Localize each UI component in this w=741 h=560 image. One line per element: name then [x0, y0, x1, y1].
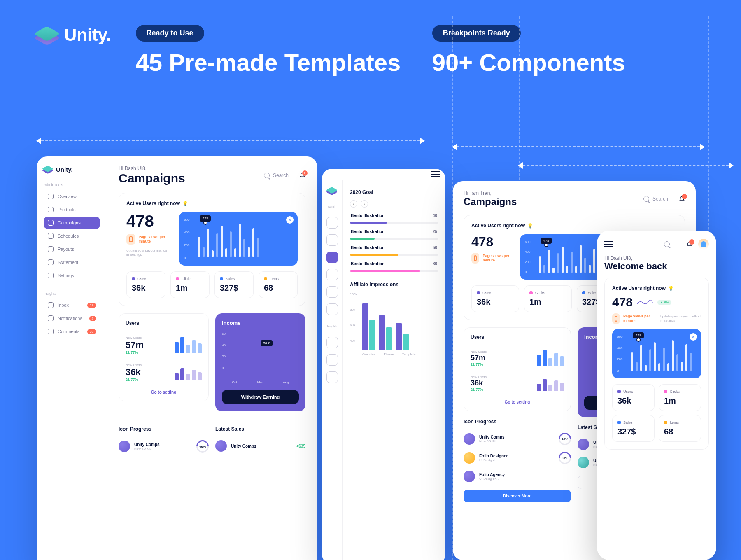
stat-card: Clicks1m [170, 271, 210, 298]
panel-heading: Active Users right now [471, 223, 525, 229]
progress-item[interactable]: Unity CompsNew 3D Kit40% [464, 429, 571, 448]
income-card: Income 6040200 38.7 OctMarAug Withdraw E… [215, 313, 305, 411]
products-icon [48, 207, 54, 212]
affiliate-chart: 100k80k60k40k [350, 292, 438, 350]
item-title: Unity Comps [134, 442, 160, 447]
sidebar-item-label: Schedules [58, 233, 79, 238]
rail-item[interactable] [326, 234, 338, 246]
greeting: Hi Dash UI8, [604, 255, 709, 261]
sidebar-brand[interactable]: Unity. [44, 165, 100, 174]
progress-item[interactable]: Unity CompsNew 3D Kit40% [119, 437, 209, 456]
rail-item[interactable] [326, 252, 338, 263]
sidebar-item-payouts[interactable]: Payouts [44, 243, 100, 255]
panel-heading: Income [222, 320, 299, 326]
sidebar-item-notifications[interactable]: Notifications2 [44, 312, 100, 324]
rail-label: Insights [327, 325, 337, 328]
bulb-icon: 💡 [668, 286, 674, 291]
rail-item[interactable] [326, 269, 338, 280]
stat-card: Clicks1m [524, 285, 572, 312]
sidebar-item-products[interactable]: Products [44, 203, 100, 216]
brand: Unity. [37, 25, 111, 45]
search-input[interactable]: Search [643, 196, 668, 202]
schedules-icon [48, 233, 54, 239]
section-heading: Icon Progress [119, 426, 209, 432]
panel-heading: Users [126, 320, 202, 326]
rail-item[interactable] [326, 217, 338, 229]
sidebar-item-label: Products [58, 207, 75, 212]
active-users-value: 478 [126, 212, 172, 231]
active-users-chart: × 6004002000 478 [179, 212, 298, 266]
search-input[interactable]: Search [264, 173, 289, 178]
search-button[interactable] [664, 241, 670, 247]
sparkline [537, 376, 564, 391]
pct-badge: ▲ 6% [657, 300, 671, 305]
avatar[interactable] [698, 239, 709, 250]
sidebar-section-label: Admin tools [44, 183, 100, 187]
campaigns-icon [48, 220, 54, 226]
hero-pill-1: Ready to Use [136, 25, 204, 42]
product-icon [464, 433, 475, 445]
notifications-button[interactable] [679, 196, 685, 203]
product-icon [215, 440, 227, 452]
icon-rail: Admin Insights [322, 180, 343, 560]
panel-heading: Affiliate Impressions [350, 282, 438, 287]
sidebar-item-label: Payouts [58, 247, 74, 252]
mobile-preview: Hi Dash UI8, Welcome back Active Users r… [597, 231, 716, 560]
sidebar-item-inbox[interactable]: Inbox18 [44, 299, 100, 311]
notifications-button[interactable] [686, 241, 692, 248]
sidebar-item-schedules[interactable]: Schedules [44, 230, 100, 242]
product-icon [119, 441, 130, 452]
progress-ring: 40% [196, 440, 209, 453]
discover-more-button[interactable]: Discover More [464, 490, 571, 502]
sidebar-item-label: Inbox [58, 303, 69, 308]
income-chart: 6040200 38.7 [222, 332, 299, 377]
sidebar-item-statement[interactable]: Statement [44, 256, 100, 268]
rail-item[interactable] [326, 371, 338, 383]
notifications-button[interactable]: 2 [299, 172, 305, 179]
stat-card: Clicks1m [659, 384, 701, 411]
hero-title-2: 90+ Components [432, 49, 704, 77]
sidebar-item-settings[interactable]: Settings [44, 269, 100, 282]
rail-item[interactable] [326, 337, 338, 348]
nav-prev[interactable]: ‹ [350, 200, 357, 208]
badge: 2 [302, 170, 308, 176]
progress-item[interactable]: Folio AgencyUI Design Kit [464, 467, 571, 485]
brand-logo-icon [328, 186, 337, 195]
desktop-preview: Unity. Admin tools Overview Products Cam… [37, 156, 317, 560]
sparkline [175, 338, 202, 353]
inbox-icon [48, 302, 54, 308]
brand-name: Unity. [56, 166, 73, 173]
sidebar-item-comments[interactable]: Comments20 [44, 325, 100, 338]
bell-icon [48, 315, 54, 321]
progress-item[interactable]: Folio DesignerUI Design Kit60% [464, 448, 571, 467]
go-to-setting-link[interactable]: Go to setting [126, 386, 202, 394]
stat-card: Users36k [126, 271, 165, 298]
stat-sublabel: New Users [126, 336, 170, 340]
product-icon [578, 439, 589, 450]
menu-button[interactable] [604, 244, 613, 245]
rail-item[interactable] [326, 354, 338, 366]
active-users-value: 478 [471, 234, 513, 250]
users-card: Users New Users57m21.77% New Users36k21.… [464, 327, 571, 411]
menu-button[interactable] [431, 174, 440, 175]
stat-value: 57m [126, 340, 170, 350]
payouts-icon [48, 246, 54, 252]
statement-icon [48, 259, 54, 265]
withdraw-button[interactable]: Withdraw Earning [222, 390, 299, 404]
product-icon [578, 457, 589, 468]
rail-item[interactable] [326, 286, 338, 298]
active-users-chart: × 6004002000 478 [612, 329, 701, 378]
sale-item[interactable]: Unity Comps+$35 [215, 437, 305, 455]
sidebar-item-label: Campaigns [58, 220, 81, 225]
chart-tooltip: 38.7 [261, 340, 273, 346]
sidebar-item-label: Notifications [58, 316, 82, 321]
pageviews-icon [471, 253, 479, 264]
go-to-setting-link[interactable]: Go to setting [471, 396, 564, 404]
bulb-icon: 💡 [527, 223, 533, 229]
product-icon [464, 471, 475, 482]
sidebar-item-overview[interactable]: Overview [44, 190, 100, 203]
rail-item[interactable] [326, 303, 338, 315]
sidebar-item-campaigns[interactable]: Campaigns [44, 217, 100, 229]
greeting: Hi Dash UI8, [119, 166, 185, 171]
nav-next[interactable]: › [361, 200, 368, 208]
